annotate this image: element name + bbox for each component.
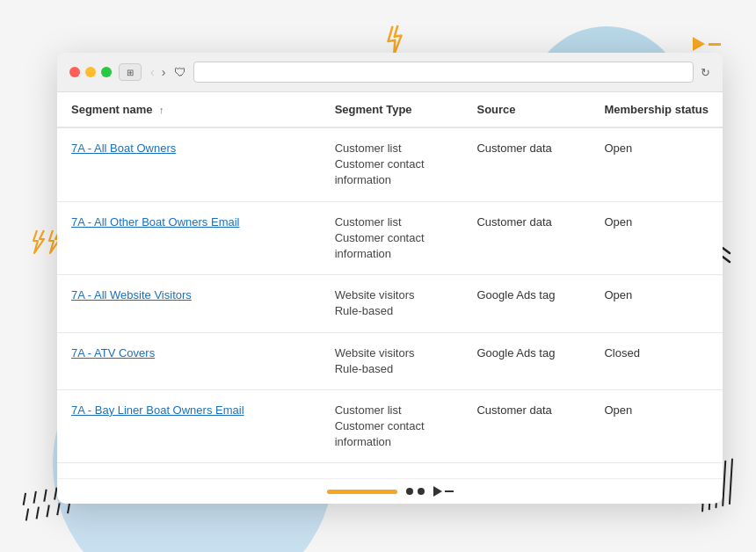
source-cell: Customer data	[462, 201, 590, 275]
segment-type-line2: Customer contact information	[335, 418, 449, 450]
col-segment-type[interactable]: Segment Type	[321, 92, 463, 127]
segment-type-cell: Website visitorsRule-based	[321, 275, 463, 332]
segment-name-link[interactable]: 7A - All Website Visitors	[71, 288, 192, 301]
segment-name-cell: 7A - Bay Liner Boat Owners Email	[57, 389, 321, 463]
deco-line	[25, 508, 29, 520]
segment-name-cell: 7A - Boat - Non Cart Visitors	[57, 463, 321, 478]
maximize-button[interactable]	[101, 67, 112, 77]
source-cell: Google Ads tag	[462, 332, 590, 389]
membership-status-cell: Open	[590, 275, 723, 332]
browser-bottom-bar	[57, 478, 723, 504]
segment-name-cell: 7A - All Boat Owners	[57, 127, 321, 201]
segment-type-cell: Website visitorsRule-based	[321, 332, 463, 389]
segment-type-cell: Customer listCustomer contact informatio…	[321, 127, 463, 201]
segment-name-link[interactable]: 7A - Bay Liner Boat Owners Email	[71, 403, 244, 417]
segment-type-line2: Customer contact information	[335, 156, 449, 188]
deco-line	[23, 493, 26, 505]
source-cell: Customer data	[462, 127, 590, 201]
minimize-button[interactable]	[85, 67, 96, 77]
segment-type-line1: Customer list	[335, 141, 449, 156]
browser-toolbar: ⊞ ‹ › 🛡 ↻	[57, 53, 723, 92]
table-container: Segment name ↑ Segment Type Source Membe…	[57, 92, 723, 478]
nav-buttons: ‹ ›	[149, 65, 167, 79]
deco-line	[56, 503, 60, 515]
segments-table: Segment name ↑ Segment Type Source Membe…	[57, 92, 723, 478]
segment-type-line1: Customer list	[335, 214, 449, 230]
back-button[interactable]: ‹	[149, 65, 156, 79]
segment-type-line2: Customer contact information	[335, 230, 449, 262]
table-row: 7A - All Other Boat Owners EmailCustomer…	[57, 201, 723, 275]
deco-line	[36, 506, 40, 519]
membership-status-cell: Open	[590, 463, 723, 478]
membership-status-cell: Open	[590, 201, 723, 275]
col-segment-name[interactable]: Segment name ↑	[57, 92, 321, 127]
segment-type-line2: Rule-based	[335, 303, 449, 319]
deco-play-top-right	[693, 37, 721, 51]
membership-status-cell: Closed	[590, 332, 723, 389]
membership-status-cell: Open	[590, 127, 723, 201]
col-membership-status[interactable]: Membership status	[590, 92, 723, 127]
traffic-lights	[69, 67, 112, 77]
segment-type-line1: Website visitors	[335, 345, 449, 361]
table-header-row: Segment name ↑ Segment Type Source Membe…	[57, 92, 723, 127]
play-triangle-icon	[693, 37, 705, 51]
play-triangle-small-icon	[433, 486, 442, 497]
segment-name-link[interactable]: 7A - All Boat Owners	[71, 142, 176, 155]
deco-line	[33, 491, 36, 504]
table-row: 7A - All Boat OwnersCustomer listCustome…	[57, 127, 723, 201]
forward-button[interactable]: ›	[160, 65, 168, 79]
table-row: 7A - Boat - Non Cart VisitorsWebsite vis…	[57, 463, 723, 478]
source-cell: Customer data	[462, 389, 590, 463]
segment-type-cell: Customer listCustomer contact informatio…	[321, 389, 463, 463]
segment-name-link[interactable]: 7A - All Other Boat Owners Email	[71, 215, 239, 229]
play-button-small[interactable]	[433, 486, 454, 497]
dot-2[interactable]	[418, 488, 425, 495]
play-line-icon	[709, 43, 721, 46]
close-button[interactable]	[69, 67, 80, 77]
table-row: 7A - ATV CoversWebsite visitorsRule-base…	[57, 332, 723, 389]
source-cell: Google Ads tag	[462, 275, 590, 332]
play-line-small-icon	[445, 490, 454, 492]
segment-name-cell: 7A - All Website Visitors	[57, 275, 321, 332]
membership-status-cell: Open	[590, 389, 723, 463]
segment-type-cell: Website visitorsRule-based	[321, 463, 463, 478]
segment-type-line2: Rule-based	[335, 361, 449, 377]
segment-type-cell: Customer listCustomer contact informatio…	[321, 201, 463, 275]
segment-type-line1: Customer list	[335, 403, 449, 418]
col-source[interactable]: Source	[462, 92, 590, 127]
deco-line	[43, 490, 47, 502]
address-bar[interactable]	[193, 62, 694, 83]
progress-bar	[327, 490, 397, 494]
sidebar-toggle-button[interactable]: ⊞	[119, 63, 142, 81]
refresh-button[interactable]: ↻	[701, 66, 710, 79]
browser-window: ⊞ ‹ › 🛡 ↻ Segment name ↑ Segment Type	[57, 53, 723, 504]
segment-name-cell: 7A - All Other Boat Owners Email	[57, 201, 321, 275]
table-row: 7A - All Website VisitorsWebsite visitor…	[57, 275, 723, 332]
sort-arrow-icon: ↑	[159, 105, 164, 115]
source-cell: Google Ads tag	[462, 463, 590, 478]
segment-type-line1: Website visitors	[335, 287, 449, 303]
shield-icon: 🛡	[174, 65, 186, 79]
dot-1[interactable]	[406, 488, 413, 495]
sidebar-icon: ⊞	[127, 68, 134, 77]
table-row: 7A - Bay Liner Boat Owners EmailCustomer…	[57, 389, 723, 463]
deco-line	[46, 505, 49, 517]
segment-name-link[interactable]: 7A - ATV Covers	[71, 346, 155, 360]
dot-navigation	[406, 488, 425, 495]
segment-name-cell: 7A - ATV Covers	[57, 332, 321, 389]
